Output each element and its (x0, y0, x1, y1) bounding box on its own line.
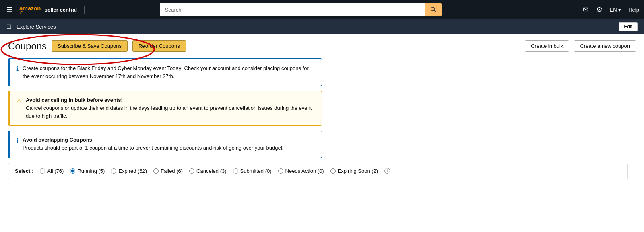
filter-canceled-radio[interactable] (189, 168, 194, 174)
filter-expiring-soon-label: Expiring Soon (2) (338, 168, 378, 174)
sub-navigation: ☐ Explore Services Edit (0, 19, 644, 34)
nav-divider: | (83, 5, 85, 14)
filter-all[interactable]: All (76) (40, 168, 64, 174)
filter-running-label: Running (5) (77, 168, 105, 174)
filter-expired[interactable]: Expired (62) (111, 168, 147, 174)
filter-failed-radio[interactable] (153, 168, 159, 174)
alert-content-2: Avoid cancelling in bulk before events! … (26, 97, 315, 120)
filter-expiring-soon-radio[interactable] (330, 168, 336, 174)
filter-all-radio[interactable] (40, 168, 45, 174)
help-link[interactable]: Help (628, 7, 639, 13)
select-label: Select : (15, 168, 33, 174)
filter-submitted-radio[interactable] (233, 168, 238, 174)
filter-expired-label: Expired (62) (118, 168, 147, 174)
create-new-coupon-button[interactable]: Create a new coupon (574, 40, 636, 52)
filter-needs-action-label: Needs Action (0) (285, 168, 324, 174)
filter-canceled-label: Canceled (3) (196, 168, 226, 174)
alert-overlapping: ℹ Avoid overlapping Coupons! Products sh… (8, 131, 322, 158)
alert-text-3: Products should be part of 1 coupon at a… (23, 144, 315, 152)
page-title: Coupons (8, 41, 47, 52)
filter-failed[interactable]: Failed (6) (153, 168, 183, 174)
alert-title-3: Avoid overlapping Coupons! (23, 137, 315, 143)
info-icon-1: ℹ (16, 65, 19, 80)
filter-expired-radio[interactable] (111, 168, 116, 174)
search-button[interactable] (425, 3, 442, 16)
page-header-right: Create in bulk Create a new coupon (525, 40, 636, 52)
amazon-logo[interactable]: amazon ↗ seller central (19, 5, 77, 14)
settings-icon[interactable]: ⚙ (596, 5, 603, 14)
create-in-bulk-button[interactable]: Create in bulk (525, 40, 569, 52)
search-container (160, 3, 442, 16)
main-content: Coupons Subscribe & Save Coupons Reorder… (0, 34, 644, 186)
search-icon (430, 6, 437, 13)
filter-needs-action[interactable]: Needs Action (0) (278, 168, 324, 174)
filter-all-label: All (76) (47, 168, 64, 174)
filter-submitted[interactable]: Submitted (0) (233, 168, 272, 174)
hamburger-icon[interactable]: ☰ (5, 4, 14, 16)
page-header: Coupons Subscribe & Save Coupons Reorder… (8, 40, 636, 52)
warning-icon-1: ⚠ (16, 97, 22, 120)
filter-bar: Select : All (76) Running (5) Expired (6… (8, 163, 628, 179)
info-icon-2: ℹ (16, 137, 19, 152)
filter-needs-action-radio[interactable] (278, 168, 283, 174)
reorder-coupons-button[interactable]: Reorder Coupons (132, 40, 186, 52)
edit-button[interactable]: Edit (619, 22, 638, 31)
filter-failed-label: Failed (6) (161, 168, 183, 174)
alert-content-1: Create coupons for the Black Friday and … (23, 64, 315, 80)
nav-right-icons: ✉ ⚙ EN ▾ Help (583, 5, 639, 14)
explore-services-title: Explore Services (17, 24, 56, 30)
bookmark-icon: ☐ (6, 23, 12, 30)
mail-icon[interactable]: ✉ (583, 5, 589, 14)
alert-black-friday: ℹ Create coupons for the Black Friday an… (8, 58, 322, 86)
language-selector[interactable]: EN ▾ (610, 7, 621, 13)
filter-submitted-label: Submitted (0) (240, 168, 272, 174)
svg-line-1 (434, 10, 436, 12)
filter-canceled[interactable]: Canceled (3) (189, 168, 226, 174)
amazon-arrow: ↗ (19, 10, 23, 14)
top-navigation: ☰ amazon ↗ seller central | ✉ ⚙ EN ▾ Hel… (0, 0, 644, 19)
seller-central-label: seller central (45, 7, 77, 13)
page-header-left: Coupons Subscribe & Save Coupons Reorder… (8, 40, 186, 52)
alert-cancel-bulk: ⚠ Avoid cancelling in bulk before events… (8, 91, 322, 126)
subscribe-save-coupons-button[interactable]: Subscribe & Save Coupons (52, 40, 128, 52)
search-input[interactable] (160, 3, 425, 16)
filter-running[interactable]: Running (5) (70, 168, 105, 174)
alert-title-2: Avoid cancelling in bulk before events! (26, 97, 315, 103)
filter-running-radio[interactable] (70, 168, 75, 174)
alert-content-3: Avoid overlapping Coupons! Products shou… (23, 137, 315, 152)
svg-point-0 (431, 7, 435, 11)
filter-options-row: Select : All (76) Running (5) Expired (6… (15, 168, 621, 174)
alert-text-2: Cancel coupons or update their end dates… (26, 104, 315, 120)
alert-text-1: Create coupons for the Black Friday and … (23, 65, 309, 79)
filter-expiring-soon[interactable]: Expiring Soon (2) (330, 168, 378, 174)
expiring-soon-tooltip-icon[interactable]: i (384, 168, 390, 174)
